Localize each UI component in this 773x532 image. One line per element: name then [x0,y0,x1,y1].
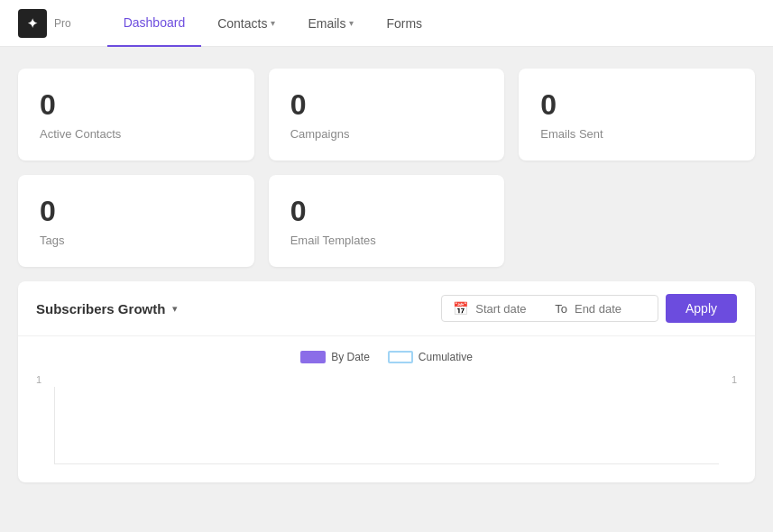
stat-card-active-contacts: 0 Active Contacts [18,69,254,161]
chevron-down-icon: ▾ [271,18,275,28]
stats-row-1: 0 Active Contacts 0 Campaigns 0 Emails S… [18,69,755,161]
chart-title: Subscribers Growth [36,301,165,316]
legend-color-cumulative [388,351,413,363]
chart-section: Subscribers Growth ▾ 📅 To Apply By Date [18,281,755,482]
legend-by-date: By Date [300,351,370,363]
stat-card-tags: 0 Tags [18,175,254,267]
date-range-area: 📅 To Apply [441,294,737,323]
header: ✦ Pro Dashboard Contacts ▾ Emails ▾ Form… [0,0,773,47]
stat-card-emails-sent: 0 Emails Sent [519,69,755,161]
legend-cumulative: Cumulative [388,351,473,363]
chevron-down-icon: ▾ [349,18,354,28]
legend-color-by-date [300,351,326,363]
main-content: 0 Active Contacts 0 Campaigns 0 Emails S… [0,47,773,504]
logo-icon: ✦ [18,9,47,38]
nav-item-dashboard[interactable]: Dashboard [107,0,202,47]
chart-header: Subscribers Growth ▾ 📅 To Apply [18,281,755,336]
stat-number-tags: 0 [40,195,233,228]
stat-label-tags: Tags [40,234,233,247]
stat-number-email-templates: 0 [290,195,483,228]
stat-label-active-contacts: Active Contacts [40,127,233,141]
logo-area: ✦ Pro [18,9,71,38]
stat-number-active-contacts: 0 [40,88,233,122]
calendar-icon: 📅 [453,301,468,316]
chart-title-area: Subscribers Growth ▾ [36,301,427,316]
stat-label-email-templates: Email Templates [290,234,483,247]
y-axis-label-left: 1 [36,374,41,385]
chart-plot-area [54,387,719,464]
stat-number-campaigns: 0 [290,88,483,122]
stat-card-campaigns: 0 Campaigns [269,69,505,161]
stat-label-emails-sent: Emails Sent [540,127,733,141]
date-range-input[interactable]: 📅 To [441,295,658,322]
stat-number-emails-sent: 0 [540,88,733,122]
stats-row-2: 0 Tags 0 Email Templates [18,175,755,267]
chart-area: 1 1 [36,374,737,464]
chart-legend: By Date Cumulative [36,351,737,363]
main-nav: Dashboard Contacts ▾ Emails ▾ Forms [107,0,755,47]
nav-item-emails[interactable]: Emails ▾ [291,0,370,47]
stat-label-campaigns: Campaigns [290,127,483,141]
y-axis-label-right: 1 [732,374,737,385]
apply-button[interactable]: Apply [666,294,737,323]
chevron-down-icon[interactable]: ▾ [172,303,178,315]
pro-label: Pro [54,17,71,30]
end-date-input[interactable] [575,302,647,316]
stat-card-email-templates: 0 Email Templates [269,175,505,267]
date-separator: To [555,302,567,316]
nav-item-contacts[interactable]: Contacts ▾ [201,0,291,47]
nav-item-forms[interactable]: Forms [370,0,438,47]
chart-body: By Date Cumulative 1 1 [18,336,755,482]
start-date-input[interactable] [475,302,548,316]
